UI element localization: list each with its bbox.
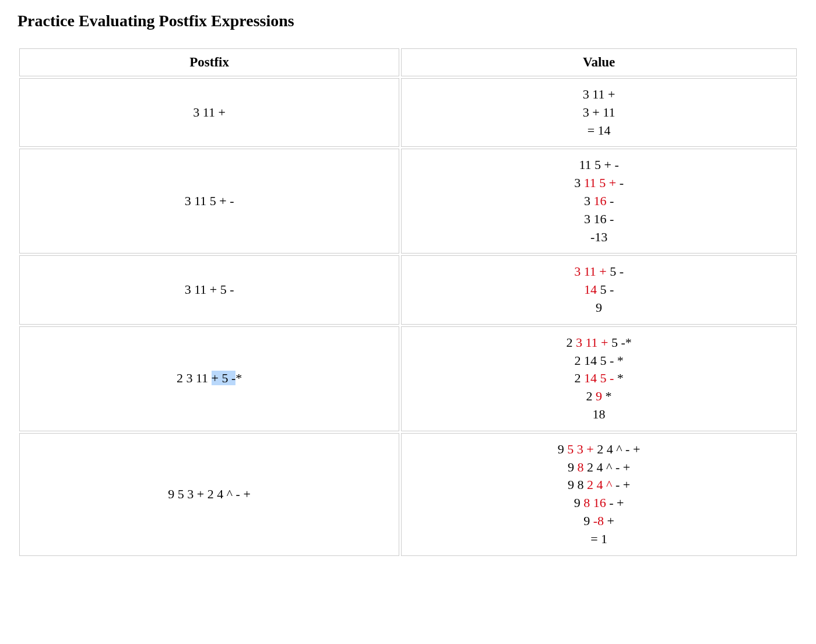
expression-line: 3 11 + 5 - [406,263,792,281]
col-header-value: Value [401,48,797,76]
expression-line: 9 5 3 + 2 4 ^ - + [406,441,792,459]
expression-line: 3 11 5 + - [24,192,394,210]
expression-line: 18 [406,406,792,424]
expression-line: -13 [406,228,792,247]
postfix-cell: 9 5 3 + 2 4 ^ - + [19,433,399,556]
value-cell: 11 5 + -3 11 5 + -3 16 -3 16 --13 [401,149,797,254]
expression-line: 2 3 11 + 5 -* [406,334,792,352]
postfix-cell: 3 11 5 + - [19,149,399,254]
postfix-cell: 2 3 11 + 5 -* [19,326,399,431]
expression-line: 3 16 - [406,210,792,228]
expression-line: 3 11 + 5 - [24,281,394,299]
expression-line: 9 -8 + [406,512,792,530]
postfix-table: Postfix Value 3 11 +3 11 +3 + 11= 143 11… [17,47,799,558]
expression-line: 2 3 11 + 5 -* [24,369,394,388]
expression-line: 9 5 3 + 2 4 ^ - + [24,485,394,504]
table-row: 3 11 +3 11 +3 + 11= 14 [19,78,797,147]
table-row: 3 11 5 + -11 5 + -3 11 5 + -3 16 -3 16 -… [19,149,797,254]
value-cell: 3 11 +3 + 11= 14 [401,78,797,147]
table-row: 3 11 + 5 -3 11 + 5 -14 5 -9 [19,255,797,324]
expression-line: 9 8 2 4 ^ - + [406,476,792,494]
expression-line: 3 16 - [406,192,792,210]
expression-line: 9 8 16 - + [406,494,792,512]
col-header-postfix: Postfix [19,48,399,76]
expression-line: 2 14 5 - * [406,352,792,370]
expression-line: 3 + 11 [406,104,792,122]
value-cell: 3 11 + 5 -14 5 -9 [401,255,797,324]
expression-line: 9 [406,299,792,317]
table-row: 2 3 11 + 5 -*2 3 11 + 5 -*2 14 5 - *2 14… [19,326,797,431]
expression-line: 2 14 5 - * [406,369,792,388]
expression-line: 3 11 + [24,104,394,122]
value-cell: 9 5 3 + 2 4 ^ - +9 8 2 4 ^ - +9 8 2 4 ^ … [401,433,797,556]
expression-line: 2 9 * [406,388,792,406]
postfix-cell: 3 11 + [19,78,399,147]
expression-line: 3 11 5 + - [406,174,792,192]
value-cell: 2 3 11 + 5 -*2 14 5 - *2 14 5 - *2 9 *18 [401,326,797,431]
expression-line: 11 5 + - [406,156,792,174]
expression-line: 14 5 - [406,281,792,299]
expression-line: = 14 [406,122,792,140]
postfix-cell: 3 11 + 5 - [19,255,399,324]
page-title: Practice Evaluating Postfix Expressions [17,12,799,30]
expression-line: = 1 [406,530,792,548]
table-row: 9 5 3 + 2 4 ^ - +9 5 3 + 2 4 ^ - +9 8 2 … [19,433,797,556]
expression-line: 9 8 2 4 ^ - + [406,459,792,477]
expression-line: 3 11 + [406,86,792,104]
